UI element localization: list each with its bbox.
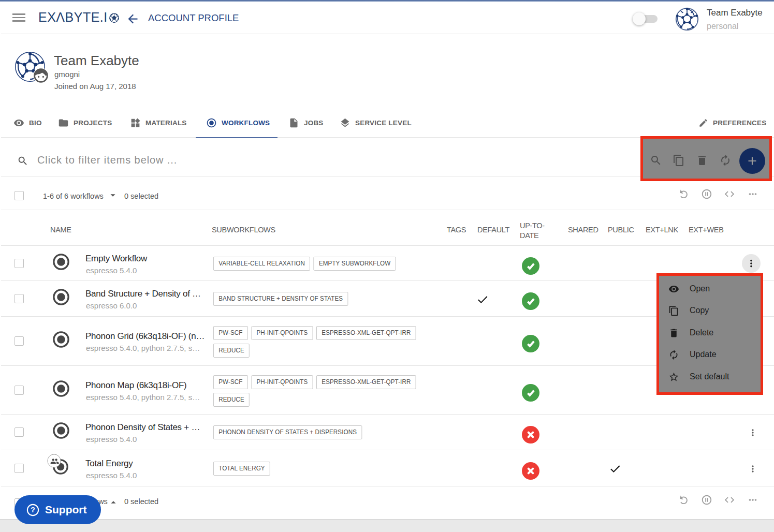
svg-text:?: ? bbox=[31, 506, 35, 514]
